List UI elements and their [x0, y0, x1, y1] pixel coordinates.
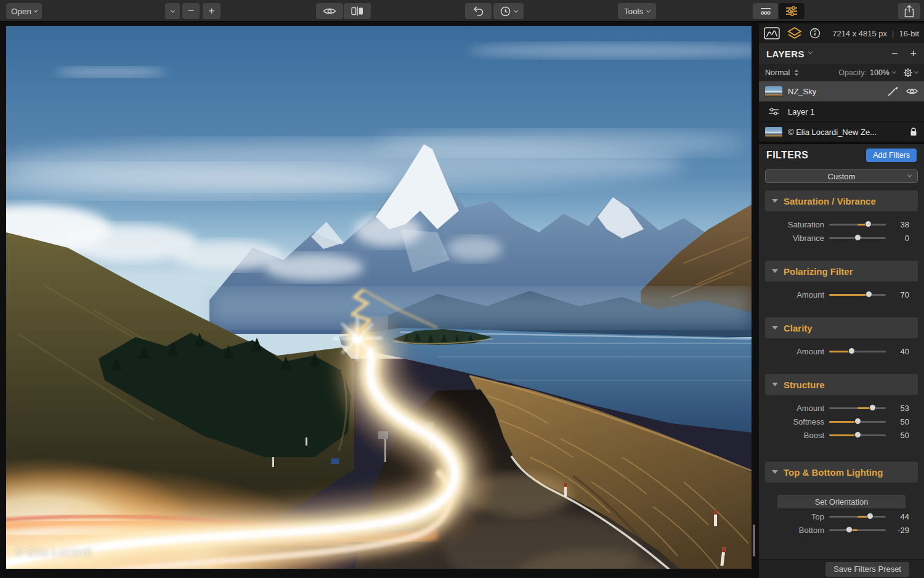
up-down-icon	[793, 69, 800, 76]
opacity-label: Opacity:	[838, 68, 867, 77]
lock-icon[interactable]	[909, 127, 918, 137]
histogram-icon[interactable]	[764, 27, 780, 39]
compare-view-button[interactable]	[344, 3, 371, 19]
filter-groups: Saturation / VibranceSaturation38Vibranc…	[759, 187, 924, 560]
export-button[interactable]	[898, 3, 920, 19]
slider-thumb[interactable]	[846, 526, 853, 533]
slider-value: -29	[891, 526, 909, 535]
filters-panel-toggle-button[interactable]	[779, 3, 804, 19]
slider-thumb[interactable]	[854, 418, 861, 425]
filter-group-title: Saturation / Vibrance	[784, 196, 876, 206]
chevron-down-icon	[892, 69, 896, 73]
slider-thumb[interactable]	[854, 234, 861, 241]
blend-mode-select[interactable]: Normal	[765, 68, 800, 77]
bottom-bar-toggle-button[interactable]	[753, 3, 778, 19]
slider-track[interactable]	[829, 288, 886, 301]
chevron-down-icon	[646, 8, 650, 12]
layer-thumbnail	[765, 86, 782, 97]
filter-group-header[interactable]: Top & Bottom Lighting	[765, 462, 918, 482]
filter-group-header[interactable]: Polarizing Filter	[765, 261, 918, 282]
layers-title-dropdown[interactable]: LAYERS	[766, 49, 812, 59]
save-filters-preset-button[interactable]: Save Filters Preset	[825, 562, 909, 577]
filters-preset-select[interactable]: Custom	[765, 169, 918, 183]
filters-header: FILTERS Add Filters	[759, 144, 924, 166]
layer-row-icons	[887, 86, 918, 97]
filter-group-body: Amount53Softness50Boost50	[759, 395, 924, 462]
filter-group-header[interactable]: Clarity	[765, 317, 918, 338]
info-icon[interactable]	[809, 28, 821, 39]
undo-button[interactable]	[465, 3, 492, 19]
slider-thumb[interactable]	[865, 291, 872, 298]
layer-row[interactable]: © Elia Locardi_New Ze...	[759, 122, 924, 142]
layers-panel-icon[interactable]	[787, 27, 802, 39]
zoom-preset-dropdown-button[interactable]	[165, 3, 180, 19]
layer-row[interactable]: Layer 1	[759, 102, 924, 122]
add-filters-button[interactable]: Add Filters	[866, 149, 917, 162]
set-orientation-button[interactable]: Set Orientation	[777, 495, 906, 508]
adjustment-layer-icon	[768, 107, 780, 116]
right-sidebar: 7214 x 4815 px | 16-bit LAYERS − + Norma…	[759, 23, 924, 578]
layer-row[interactable]: NZ_Sky	[759, 81, 924, 102]
layer-visibility-eye-icon[interactable]	[906, 88, 918, 95]
slider-track[interactable]	[829, 218, 886, 231]
history-button[interactable]	[493, 3, 524, 19]
quick-preview-button[interactable]	[316, 3, 343, 19]
layer-list: NZ_SkyLayer 1© Elia Locardi_New Ze...	[759, 81, 924, 142]
chevron-down-icon	[34, 9, 38, 12]
add-layer-button[interactable]: +	[910, 48, 917, 59]
chevron-down-icon	[907, 173, 912, 177]
brush-icon[interactable]	[887, 86, 898, 97]
slider-value: 50	[891, 417, 909, 426]
slider-label: Amount	[765, 404, 824, 413]
filter-slider-row: Top44	[759, 510, 924, 523]
share-export-icon	[904, 4, 915, 18]
slider-thumb[interactable]	[869, 404, 876, 411]
layer-options-bar: Normal Opacity: 100%	[759, 64, 924, 81]
slider-value: 50	[891, 431, 909, 440]
slider-thumb[interactable]	[867, 513, 873, 519]
filter-slider-row: Softness50	[759, 415, 924, 428]
layer-name: © Elia Locardi_New Ze...	[788, 128, 904, 137]
layer-name: Layer 1	[788, 107, 912, 116]
collapse-triangle-icon	[772, 470, 778, 474]
chevron-down-icon	[513, 8, 517, 12]
open-button-label: Open	[11, 7, 31, 16]
slider-track[interactable]	[829, 231, 886, 245]
filter-group-title: Clarity	[784, 323, 813, 333]
eye-icon	[323, 7, 336, 15]
slider-track[interactable]	[829, 415, 886, 428]
filter-slider-row: Amount40	[759, 344, 924, 358]
slider-track-rail	[829, 529, 886, 531]
slider-thumb[interactable]	[854, 431, 861, 438]
filter-slider-row: Amount53	[759, 401, 924, 415]
slider-track[interactable]	[829, 428, 886, 442]
filter-slider-row: Vibrance0	[759, 231, 924, 245]
slider-track[interactable]	[829, 510, 886, 523]
filter-group-header[interactable]: Saturation / Vibrance	[765, 190, 918, 211]
remove-layer-button[interactable]: −	[891, 48, 898, 59]
layer-settings-button[interactable]	[903, 68, 918, 78]
open-button[interactable]: Open	[6, 3, 42, 19]
filter-group-body: Amount70	[759, 282, 924, 317]
chevron-down-icon	[170, 8, 174, 12]
history-clock-icon	[500, 6, 511, 17]
filter-group-header[interactable]: Structure	[765, 374, 918, 395]
slider-thumb[interactable]	[865, 221, 872, 227]
collapse-triangle-icon	[772, 326, 778, 330]
slider-thumb[interactable]	[848, 348, 855, 354]
filter-group-title: Polarizing Filter	[784, 266, 853, 277]
panel-scrollbar[interactable]	[753, 524, 755, 556]
zoom-out-button[interactable]: −	[182, 3, 200, 19]
tools-button[interactable]: Tools	[618, 3, 656, 19]
opacity-select[interactable]: Opacity: 100%	[838, 68, 896, 77]
compare-split-icon	[351, 6, 363, 16]
slider-track[interactable]	[829, 344, 886, 358]
slider-track[interactable]	[829, 523, 886, 537]
filter-group-title: Structure	[784, 380, 825, 390]
slider-track[interactable]	[829, 401, 886, 415]
zoom-in-button[interactable]: +	[203, 3, 221, 19]
filter-group-body: Set OrientationTop44Bottom-29	[759, 482, 924, 553]
photo-canvas[interactable]: © Elia Locardi	[6, 26, 752, 569]
slider-value: 53	[891, 404, 909, 413]
slider-label: Softness	[765, 417, 824, 426]
